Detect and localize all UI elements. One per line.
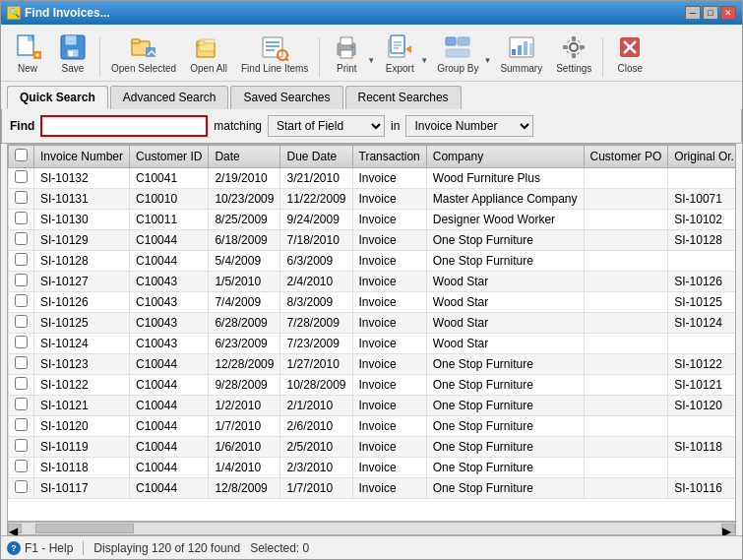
row-due-date: 2/4/2010 (280, 272, 352, 292)
row-checkbox-cell[interactable] (9, 458, 34, 478)
table-row[interactable]: SI-10120 C10044 1/7/2010 2/6/2010 Invoic… (9, 416, 737, 437)
minimize-button[interactable]: ─ (685, 6, 701, 20)
row-customer-po (584, 437, 668, 458)
col-header-original-order[interactable]: Original Or... (668, 146, 736, 168)
tab-saved-searches[interactable]: Saved Searches (230, 86, 342, 109)
tab-recent-searches[interactable]: Recent Searches (345, 86, 462, 109)
field-select[interactable]: Invoice Number Customer ID Company Custo… (405, 115, 533, 137)
svg-point-41 (566, 39, 582, 55)
find-line-items-button[interactable]: Find Line Items (236, 29, 313, 77)
row-checkbox-cell[interactable] (9, 168, 34, 189)
export-group: Export ▼ (379, 29, 428, 77)
group-by-button[interactable]: Group By (432, 29, 483, 77)
row-checkbox[interactable] (15, 480, 28, 493)
row-checkbox-cell[interactable] (9, 478, 34, 499)
table-row[interactable]: SI-10123 C10044 12/28/2009 1/27/2010 Inv… (9, 354, 737, 375)
row-checkbox-cell[interactable] (9, 313, 34, 334)
print-button[interactable]: Print (326, 29, 367, 77)
table-row[interactable]: SI-10129 C10044 6/18/2009 7/18/2010 Invo… (9, 230, 737, 251)
row-checkbox[interactable] (15, 191, 28, 204)
row-checkbox-cell[interactable] (9, 210, 34, 230)
row-checkbox[interactable] (15, 274, 28, 286)
table-row[interactable]: SI-10118 C10044 1/4/2010 2/3/2010 Invoic… (9, 458, 737, 478)
row-checkbox-cell[interactable] (9, 334, 34, 354)
row-checkbox-cell[interactable] (9, 354, 34, 375)
row-checkbox[interactable] (15, 253, 28, 266)
col-header-invoice-number[interactable]: Invoice Number (34, 146, 130, 168)
row-checkbox-cell[interactable] (9, 272, 34, 292)
col-header-date[interactable]: Date (209, 146, 280, 168)
close-toolbar-button[interactable]: Close (609, 29, 650, 77)
scrollbar-thumb[interactable] (35, 524, 134, 533)
row-invoice: SI-10118 (34, 458, 130, 478)
table-row[interactable]: SI-10117 C10044 12/8/2009 1/7/2010 Invoi… (9, 478, 737, 499)
export-button[interactable]: Export (379, 29, 420, 77)
horizontal-scrollbar[interactable]: ◀ ▶ (7, 522, 736, 535)
row-checkbox[interactable] (15, 398, 28, 410)
col-header-customer-po[interactable]: Customer PO (584, 146, 668, 168)
row-checkbox-cell[interactable] (9, 416, 34, 437)
table-row[interactable]: SI-10131 C10010 10/23/2009 11/22/2009 In… (9, 189, 737, 210)
table-row[interactable]: SI-10119 C10044 1/6/2010 2/5/2010 Invoic… (9, 437, 737, 458)
col-header-company[interactable]: Company (426, 146, 584, 168)
row-checkbox-cell[interactable] (9, 396, 34, 416)
matching-select[interactable]: Start of Field Any Part of Field Exactly (268, 115, 385, 137)
row-checkbox[interactable] (15, 294, 28, 307)
open-selected-button[interactable]: Open Selected (106, 29, 181, 77)
maximize-button[interactable]: □ (703, 6, 718, 20)
displaying-text: Displaying 120 of 120 found (93, 541, 240, 555)
table-row[interactable]: SI-10127 C10043 1/5/2010 2/4/2010 Invoic… (9, 272, 737, 292)
row-customer-id: C10044 (130, 375, 209, 396)
row-checkbox[interactable] (15, 356, 28, 369)
row-checkbox[interactable] (15, 418, 28, 431)
row-checkbox[interactable] (15, 315, 28, 328)
col-header-transaction[interactable]: Transaction (352, 146, 426, 168)
export-dropdown-arrow[interactable]: ▼ (420, 56, 428, 77)
row-checkbox[interactable] (15, 232, 28, 245)
row-date: 6/23/2009 (209, 334, 280, 354)
row-checkbox[interactable] (15, 212, 28, 224)
row-checkbox-cell[interactable] (9, 292, 34, 313)
row-checkbox-cell[interactable] (9, 189, 34, 210)
table-row[interactable]: SI-10122 C10044 9/28/2009 10/28/2009 Inv… (9, 375, 737, 396)
row-date: 9/28/2009 (209, 375, 280, 396)
row-checkbox-cell[interactable] (9, 251, 34, 272)
row-checkbox[interactable] (15, 336, 28, 348)
group-by-dropdown-arrow[interactable]: ▼ (483, 56, 491, 77)
scroll-left-btn[interactable]: ◀ (8, 524, 22, 533)
row-checkbox-cell[interactable] (9, 375, 34, 396)
row-checkbox[interactable] (15, 377, 28, 390)
col-header-customer-id[interactable]: Customer ID (130, 146, 209, 168)
tab-quick-search[interactable]: Quick Search (7, 86, 108, 109)
select-all-checkbox[interactable] (15, 149, 28, 161)
col-header-due-date[interactable]: Due Date (280, 146, 352, 168)
window-title: Find Invoices... (25, 6, 110, 20)
row-checkbox[interactable] (15, 460, 28, 472)
table-row[interactable]: SI-10128 C10044 5/4/2009 6/3/2009 Invoic… (9, 251, 737, 272)
row-due-date: 6/3/2009 (280, 251, 352, 272)
settings-button[interactable]: Settings (551, 29, 596, 77)
summary-button[interactable]: Summary (495, 29, 547, 77)
row-checkbox-cell[interactable] (9, 437, 34, 458)
row-customer-po (584, 189, 668, 210)
table-row[interactable]: SI-10124 C10043 6/23/2009 7/23/2009 Invo… (9, 334, 737, 354)
table-row[interactable]: SI-10130 C10011 8/25/2009 9/24/2009 Invo… (9, 210, 737, 230)
row-original-order: SI-10122 (668, 354, 736, 375)
row-checkbox[interactable] (15, 439, 28, 452)
table-row[interactable]: SI-10126 C10043 7/4/2009 8/3/2009 Invoic… (9, 292, 737, 313)
scroll-right-btn[interactable]: ▶ (721, 524, 735, 533)
tab-advanced-search[interactable]: Advanced Search (110, 86, 229, 109)
find-input[interactable] (40, 115, 208, 137)
row-checkbox[interactable] (15, 170, 28, 183)
print-dropdown-arrow[interactable]: ▼ (367, 56, 375, 77)
table-row[interactable]: SI-10121 C10044 1/2/2010 2/1/2010 Invoic… (9, 396, 737, 416)
col-header-checkbox[interactable] (9, 146, 34, 168)
close-window-button[interactable]: ✕ (720, 6, 736, 20)
save-button[interactable]: Save (52, 29, 93, 77)
open-all-button[interactable]: Open All (185, 29, 232, 77)
new-button[interactable]: New (7, 29, 48, 77)
table-row[interactable]: SI-10132 C10041 2/19/2010 3/21/2010 Invo… (9, 168, 737, 189)
save-icon (57, 31, 89, 63)
table-row[interactable]: SI-10125 C10043 6/28/2009 7/28/2009 Invo… (9, 313, 737, 334)
row-checkbox-cell[interactable] (9, 230, 34, 251)
